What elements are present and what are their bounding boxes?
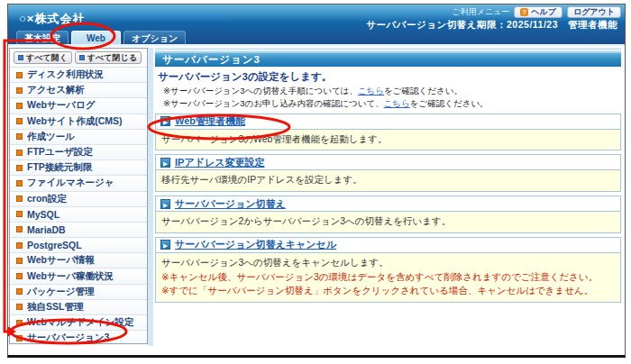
kochira-link-2[interactable]: こちら xyxy=(384,98,410,108)
sidebar-item-postgresql[interactable]: PostgreSQL xyxy=(10,237,147,252)
collapse-all-button[interactable]: すべて閉じる xyxy=(75,51,142,64)
main-panel: サーババージョン3 サーババージョン3の設定をします。 ※サーババージョン3への… xyxy=(153,46,625,357)
help-icon: ? xyxy=(520,8,528,16)
sidebar-item-disk-usage[interactable]: ディスク利用状況 xyxy=(10,67,147,82)
bullet-icon xyxy=(16,72,23,78)
tab-bar: 基本設定 Web オプション xyxy=(8,30,625,46)
page-title: サーババージョン3 xyxy=(155,51,621,67)
ip-change-link[interactable]: IPアドレス変更設定 xyxy=(175,156,264,169)
cancel-warning-2: ※すでに「サーババージョン切替え」ボタンをクリックされている場合、キャンセルはで… xyxy=(161,284,615,298)
web-admin-desc: サーババージョン3のWeb管理者機能を起動します。 xyxy=(156,129,620,150)
sidebar-item-ftp-user[interactable]: FTPユーザ設定 xyxy=(10,144,147,159)
banner-utilities: ご利用メニュー ? ヘルプ ログアウト サーババージョン切替え期限：2025/1… xyxy=(366,5,621,32)
bullet-icon xyxy=(16,258,23,264)
tab-options[interactable]: オプション xyxy=(123,31,186,44)
sidebar-item-web-server-status[interactable]: Webサーバ稼働状況 xyxy=(10,268,147,283)
web-admin-link[interactable]: Web管理者機能 xyxy=(175,114,245,128)
bullet-icon xyxy=(16,133,23,140)
expand-icon xyxy=(18,55,23,60)
sidebar-item-ftp-restriction[interactable]: FTP接続元制限 xyxy=(10,159,147,175)
sidebar-item-file-manager[interactable]: ファイルマネージャ xyxy=(10,175,147,190)
tab-basic-settings[interactable]: 基本設定 xyxy=(16,31,69,44)
section-ip-change: ▶ IPアドレス変更設定 移行先サーバ環境のIPアドレスを設定します。 xyxy=(155,154,621,192)
bullet-icon xyxy=(16,211,23,217)
section-version-switch: ▶ サーババージョン切替え サーババージョン2からサーババージョン3への切替えを… xyxy=(155,196,621,233)
help-button[interactable]: ? ヘルプ xyxy=(514,6,562,18)
main-top-strip xyxy=(155,48,621,50)
collapse-all-label: すべて閉じる xyxy=(87,52,137,64)
switch-cancel-desc: サーババージョン3への切替えをキャンセルします。 ※キャンセル後、サーババージョ… xyxy=(156,252,620,302)
bullet-icon xyxy=(16,273,23,279)
bullet-icon xyxy=(16,226,23,232)
bullet-icon xyxy=(16,335,23,341)
sidebar-item-web-server-log[interactable]: Webサーバログ xyxy=(10,97,147,113)
app-window: ○×株式会社 ご利用メニュー ? ヘルプ ログアウト サーババージョン切替え期限… xyxy=(7,4,626,358)
bullet-icon xyxy=(16,242,23,249)
bullet-icon xyxy=(16,103,23,109)
section-arrow-icon: ▶ xyxy=(160,116,170,126)
expand-all-label: すべて開く xyxy=(26,52,68,64)
help-button-label: ヘルプ xyxy=(531,6,556,18)
bullet-icon xyxy=(16,150,23,156)
ip-change-desc: 移行先サーバ環境のIPアドレスを設定します。 xyxy=(156,169,620,191)
section-web-admin: ▶ Web管理者機能 サーババージョン3のWeb管理者機能を起動します。 xyxy=(155,114,621,151)
sidebar-item-multidomain[interactable]: Webマルチドメイン設定 xyxy=(10,314,147,330)
sidebar-item-server-version3[interactable]: サーババージョン3 xyxy=(10,330,147,344)
content-area: すべて開く すべて閉じる ディスク利用状況 アクセス解析 Webサーバログ We… xyxy=(8,46,625,357)
sidebar: すべて開く すべて閉じる ディスク利用状況 アクセス解析 Webサーバログ We… xyxy=(9,48,148,344)
sidebar-item-mariadb[interactable]: MariaDB xyxy=(10,222,147,237)
section-switch-cancel: ▶ サーババージョン切替えキャンセル サーババージョン3への切替えをキャンセルし… xyxy=(155,237,621,303)
version-switch-desc: サーババージョン2からサーババージョン3への切替えを行います。 xyxy=(156,211,620,232)
kochira-link-1[interactable]: こちら xyxy=(358,86,384,96)
sidebar-item-cron[interactable]: cron設定 xyxy=(10,191,147,206)
usage-menu-link[interactable]: ご利用メニュー xyxy=(452,6,509,18)
company-logo: ○×株式会社 xyxy=(19,11,85,27)
section-arrow-icon: ▶ xyxy=(160,240,170,250)
top-banner: ○×株式会社 ご利用メニュー ? ヘルプ ログアウト サーババージョン切替え期限… xyxy=(8,5,625,30)
collapse-icon xyxy=(79,55,85,60)
sidebar-item-creation-tools[interactable]: 作成ツール xyxy=(10,129,147,144)
sidebar-item-ssl-management[interactable]: 独自SSL管理 xyxy=(10,299,147,314)
sidebar-controls: すべて開く すべて閉じる xyxy=(10,49,147,67)
section-arrow-icon: ▶ xyxy=(160,158,170,168)
note-application-confirm: ※サーババージョン3のお申し込み内容の確認について、こちらをご確認ください。 xyxy=(163,97,621,110)
sidebar-item-package-management[interactable]: パッケージ管理 xyxy=(10,284,147,299)
bullet-icon xyxy=(16,196,23,202)
bullet-icon xyxy=(16,165,23,171)
bullet-icon xyxy=(16,118,23,124)
bullet-icon xyxy=(16,180,23,187)
version-switch-link[interactable]: サーババージョン切替え xyxy=(175,197,286,211)
sidebar-item-mysql[interactable]: MySQL xyxy=(10,206,147,222)
page-intro: サーババージョン3の設定をします。 xyxy=(158,70,621,84)
logout-button[interactable]: ログアウト xyxy=(567,6,621,18)
cancel-warning-1: ※キャンセル後、サーババージョン3の環境はデータを含めすべて削除されますのでご注… xyxy=(161,270,615,285)
switch-cancel-link[interactable]: サーババージョン切替えキャンセル xyxy=(175,238,336,251)
sidebar-item-web-server-info[interactable]: Webサーバ情報 xyxy=(10,252,147,268)
bullet-icon xyxy=(16,304,23,310)
section-arrow-icon: ▶ xyxy=(160,199,170,209)
bullet-icon xyxy=(16,320,23,326)
sidebar-item-website-cms[interactable]: Webサイト作成(CMS) xyxy=(10,114,147,129)
expand-all-button[interactable]: すべて開く xyxy=(14,51,72,64)
version-deadline-text: サーババージョン切替え期限：2025/11/23 管理者機能 xyxy=(366,19,621,32)
tab-web[interactable]: Web xyxy=(71,31,121,44)
bullet-icon xyxy=(16,288,23,295)
note-switch-procedure: ※サーババージョン3への切替え手順については、こちらをご確認ください。 xyxy=(163,85,621,97)
bullet-icon xyxy=(16,87,23,94)
sidebar-item-access-analysis[interactable]: アクセス解析 xyxy=(10,82,147,97)
